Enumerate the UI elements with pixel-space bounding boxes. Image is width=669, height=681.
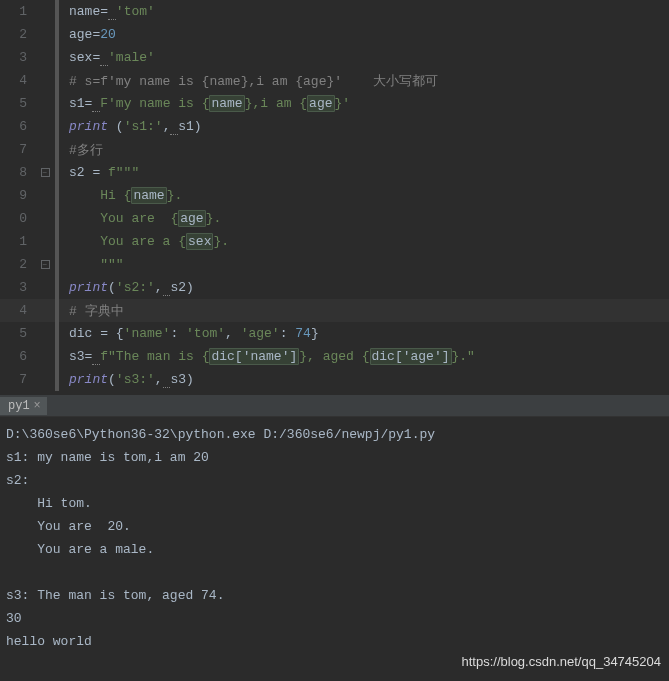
code-content[interactable]: # 字典中 [59,302,124,320]
code-line[interactable]: 2age=20 [0,23,669,46]
fold-gutter: − [35,168,55,177]
code-line[interactable]: 7#多行 [0,138,669,161]
code-content[interactable]: """ [59,257,124,272]
code-line[interactable]: 4# 字典中 [0,299,669,322]
code-line[interactable]: 3print('s2:', s2) [0,276,669,299]
code-content[interactable]: age=20 [59,27,116,42]
code-line[interactable]: 9 Hi {name}. [0,184,669,207]
line-number: 5 [0,96,35,111]
code-content[interactable]: print('s2:', s2) [59,280,194,295]
console-line: You are a male. [6,538,663,561]
console-line: 30 [6,607,663,630]
line-number: 1 [0,4,35,19]
line-number: 9 [0,188,35,203]
console-line: D:\360se6\Python36-32\python.exe D:/360s… [6,423,663,446]
code-line[interactable]: 0 You are {age}. [0,207,669,230]
line-number: 8 [0,165,35,180]
code-content[interactable]: #多行 [59,141,103,159]
console-line: s1: my name is tom,i am 20 [6,446,663,469]
line-number: 3 [0,50,35,65]
code-content[interactable]: Hi {name}. [59,188,182,203]
code-line[interactable]: 2− """ [0,253,669,276]
code-editor[interactable]: 1name= 'tom'2age=203sex= 'male'4# s=f'my… [0,0,669,395]
code-content[interactable]: You are a {sex}. [59,234,229,249]
line-number: 2 [0,27,35,42]
code-content[interactable]: print('s3:', s3) [59,372,194,387]
code-line[interactable]: 3sex= 'male' [0,46,669,69]
console-line: Hi tom. [6,492,663,515]
code-content[interactable]: print ('s1:', s1) [59,119,202,134]
line-number: 3 [0,280,35,295]
code-content[interactable]: name= 'tom' [59,4,155,19]
code-line[interactable]: 6print ('s1:', s1) [0,115,669,138]
line-number: 1 [0,234,35,249]
line-number: 0 [0,211,35,226]
console-line: You are 20. [6,515,663,538]
line-number: 5 [0,326,35,341]
console-tabbar: py1 × [0,395,669,417]
fold-end-icon[interactable]: − [41,260,50,269]
watermark: https://blog.csdn.net/qq_34745204 [462,654,662,669]
console-line: s3: The man is tom, aged 74. [6,584,663,607]
line-number: 6 [0,119,35,134]
code-line[interactable]: 1name= 'tom' [0,0,669,23]
code-content[interactable]: s3= f"The man is {dic['name']}, aged {di… [59,349,475,364]
code-content[interactable]: s2 = f""" [59,165,139,180]
code-content[interactable]: dic = {'name': 'tom', 'age': 74} [59,326,319,341]
line-number: 4 [0,303,35,318]
console-output[interactable]: D:\360se6\Python36-32\python.exe D:/360s… [0,417,669,659]
code-line[interactable]: 6s3= f"The man is {dic['name']}, aged {d… [0,345,669,368]
line-number: 7 [0,142,35,157]
line-number: 2 [0,257,35,272]
console-line: hello world [6,630,663,653]
code-line[interactable]: 7print('s3:', s3) [0,368,669,391]
close-icon[interactable]: × [34,399,41,413]
code-content[interactable]: # s=f'my name is {name},i am {age}' 大小写都… [59,72,438,90]
console-tab[interactable]: py1 × [0,397,47,415]
tab-label: py1 [8,399,30,413]
code-line[interactable]: 5s1= F'my name is {name},i am {age}' [0,92,669,115]
code-content[interactable]: sex= 'male' [59,50,155,65]
line-number: 6 [0,349,35,364]
console-line: s2: [6,469,663,492]
code-line[interactable]: 5dic = {'name': 'tom', 'age': 74} [0,322,669,345]
code-content[interactable]: You are {age}. [59,211,221,226]
line-number: 4 [0,73,35,88]
line-number: 7 [0,372,35,387]
console-line [6,561,663,584]
code-line[interactable]: 1 You are a {sex}. [0,230,669,253]
code-line[interactable]: 8−s2 = f""" [0,161,669,184]
code-content[interactable]: s1= F'my name is {name},i am {age}' [59,96,350,111]
fold-gutter: − [35,260,55,269]
fold-collapse-icon[interactable]: − [41,168,50,177]
code-line[interactable]: 4# s=f'my name is {name},i am {age}' 大小写… [0,69,669,92]
